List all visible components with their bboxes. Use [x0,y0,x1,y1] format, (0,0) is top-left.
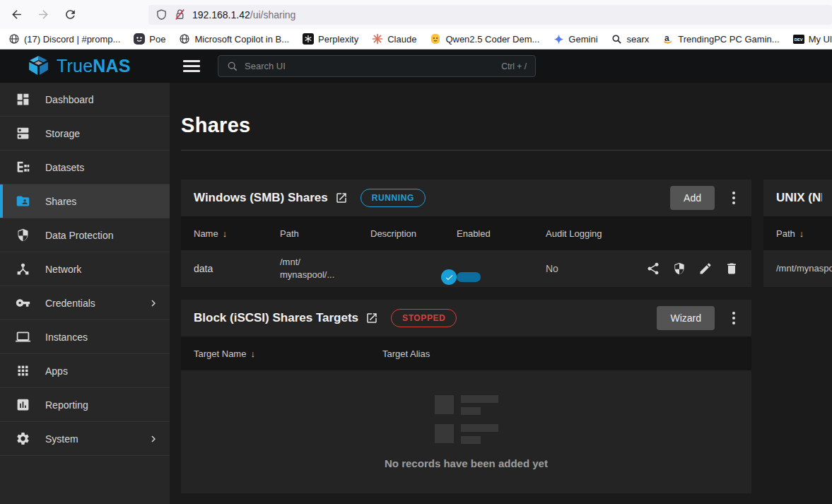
poe-icon [134,33,145,45]
sidebar-item-apps[interactable]: Apps [0,354,170,388]
sidebar-item-credentials[interactable]: Credentials [0,286,170,320]
bookmark-label: Poe [149,34,165,45]
iscsi-targets-card: Block (iSCSI) Shares Targets STOPPED Wiz… [181,300,751,493]
smb-card-header: Windows (SMB) Shares RUNNING Add [181,180,751,216]
search-placeholder: Search UI [245,61,501,71]
bookmark-dev[interactable]: DEV My Ultimate [793,33,832,45]
sidebar-item-label: Dashboard [45,94,94,105]
svg-text:DEV: DEV [794,37,802,42]
bookmark-label: Perplexity [318,34,358,45]
bookmark-trendingpc[interactable]: a TrendingPC PC Gamin... [662,33,779,45]
sidebar-item-label: Apps [45,365,68,377]
sort-desc-icon: ↓ [223,228,228,239]
sidebar-item-shares[interactable]: Shares [0,184,170,218]
column-header-path[interactable]: Path↓ [776,228,804,239]
smb-card-title: Windows (SMB) Shares [194,191,328,205]
bookmark-gemini[interactable]: Gemini [553,33,597,45]
globe-icon [8,33,20,45]
smb-status-badge: RUNNING [361,189,426,207]
reload-button[interactable] [59,4,81,25]
smb-add-button[interactable]: Add [670,186,715,210]
truenas-logo[interactable]: TrueNAS [0,56,170,76]
sidebar-item-datasets[interactable]: Datasets [0,151,170,184]
reload-icon [64,8,77,21]
sidebar-item-network[interactable]: Network [0,252,170,286]
url-text: 192.168.1.42/ui/sharing [192,9,295,20]
title-divider [181,150,832,151]
external-link-icon[interactable] [335,192,348,204]
truenas-logo-text: TrueNAS [57,56,131,76]
sidebar-item-label: Credentials [45,298,95,309]
column-header-description[interactable]: Description [370,228,457,239]
gemini-star-icon [553,33,564,45]
smb-table-row[interactable]: data /mnt/mynaspool/... No [181,250,751,287]
shield-permissions-icon[interactable] [156,8,168,20]
bookmark-qwen[interactable]: Qwen2.5 Coder Dem... [430,33,539,45]
chevron-right-icon [147,433,160,445]
iscsi-status-badge: STOPPED [391,309,457,327]
iscsi-kebab-menu-icon[interactable] [726,312,742,324]
column-header-target-name[interactable]: Target Name↓ [194,348,382,359]
sidebar-item-reporting[interactable]: Reporting [0,388,170,422]
delete-trash-icon[interactable] [725,262,739,276]
sort-desc-icon: ↓ [250,348,255,359]
nfs-card-header: UNIX (NFS) Shares [763,180,832,216]
bookmark-label: Claude [387,34,416,45]
bookmark-perplexity[interactable]: Perplexity [303,33,358,45]
sidebar-item-label: Shares [45,196,76,207]
url-bar[interactable]: 192.168.1.42/ui/sharing [148,5,832,25]
browser-toolbar: 192.168.1.42/ui/sharing [0,0,832,29]
sidebar-item-label: Storage [45,128,80,139]
iscsi-wizard-button[interactable]: Wizard [657,306,715,330]
sidebar-item-label: Datasets [45,162,84,173]
sidebar-item-storage[interactable]: Storage [0,117,170,151]
datasets-tree-icon [14,159,31,176]
dashboard-icon [14,91,31,108]
iscsi-card-title: Block (iSCSI) Shares Targets [194,311,358,325]
cell-path: /mnt/mynaspool/... [280,256,370,281]
sidebar-item-data-protection[interactable]: Data Protection [0,218,170,252]
bar-chart-icon [14,397,31,414]
share-acl-icon[interactable] [646,262,660,276]
perplexity-icon [303,33,314,45]
smb-kebab-menu-icon[interactable] [726,192,742,204]
truenas-logo-icon [27,56,50,76]
column-header-path[interactable]: Path [280,228,370,239]
column-header-name[interactable]: Name↓ [194,228,280,239]
url-host: 192.168.1.42 [192,9,250,20]
column-header-enabled[interactable]: Enabled [457,228,546,239]
bookmark-poe[interactable]: Poe [134,33,165,45]
back-arrow-icon [10,8,23,21]
row-actions [646,262,751,276]
amazon-icon: a [662,33,674,45]
sidebar-item-dashboard[interactable]: Dashboard [0,83,170,117]
search-input[interactable]: Search UI Ctrl + / [218,55,536,77]
bookmark-copilot[interactable]: Microsoft Copilot in B... [179,33,289,45]
shield-permissions-icon[interactable] [672,262,686,276]
sidebar-item-system[interactable]: System [0,422,170,456]
main-content: Shares Windows (SMB) Shares RUNNING Add [170,83,832,504]
back-button[interactable] [6,4,27,25]
forward-button[interactable] [33,4,54,25]
insecure-lock-icon[interactable] [174,8,186,20]
external-link-icon[interactable] [365,312,378,324]
iscsi-card-header: Block (iSCSI) Shares Targets STOPPED Wiz… [181,300,751,336]
bookmark-claude[interactable]: Claude [372,33,416,45]
column-header-target-alias[interactable]: Target Alias [382,348,430,359]
globe-icon [179,33,190,45]
column-header-audit-logging[interactable]: Audit Logging [546,228,602,239]
bookmark-label: My Ultimate [809,34,832,45]
bookmark-discord[interactable]: (17) Discord | #promp... [8,33,120,45]
search-shortcut-hint: Ctrl + / [501,61,527,71]
sidebar-item-instances[interactable]: Instances [0,320,170,354]
chevron-right-icon [147,297,160,310]
search-icon [227,61,238,72]
sidebar-item-label: System [45,433,78,445]
bookmark-searx[interactable]: searx [611,33,650,45]
cell-audit-logging: No [546,263,558,274]
check-icon [445,273,454,282]
menu-hamburger-icon[interactable] [183,58,200,75]
nfs-table-row[interactable]: /mnt/mynaspool/... [763,250,832,287]
bookmark-label: Qwen2.5 Coder Dem... [445,34,539,45]
edit-pencil-icon[interactable] [698,262,713,276]
